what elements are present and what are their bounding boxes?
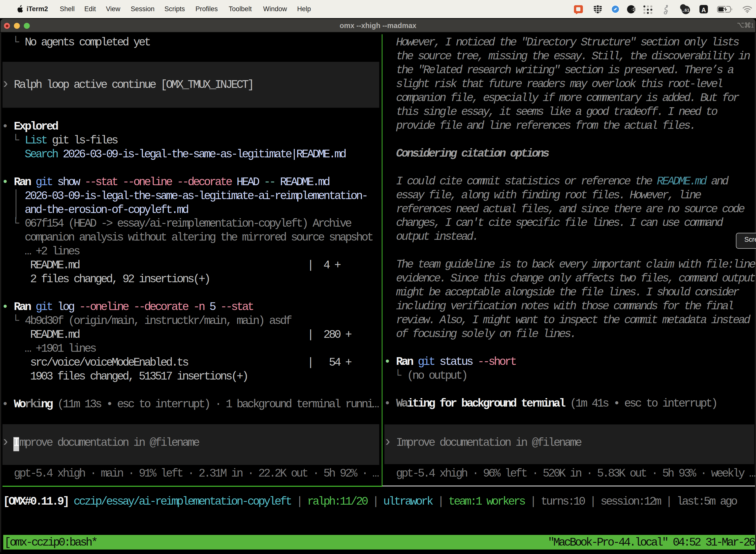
svg-text:..61: ..61 [682,8,689,13]
svg-text:1: 1 [751,22,754,28]
